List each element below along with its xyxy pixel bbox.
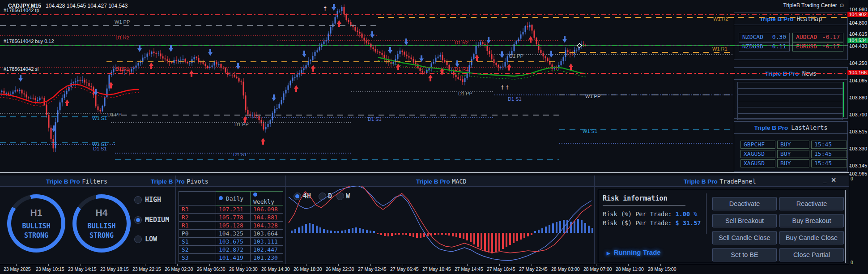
alert-symbol: XAGUSD [740,159,775,167]
pivot-cell-daily: 103.675 [216,238,251,246]
radio-low[interactable] [134,235,142,243]
time-label: 26 May 18:30 [294,266,322,272]
pivot-row: P0104.325103.664 [179,230,283,238]
time-label: 28 May 11:00 [616,266,644,272]
news-row [737,101,843,107]
risk-label: Risk (%) Per Trade: [603,210,676,218]
heatmap-row: NZDUSD0.11 [739,42,790,51]
pivot-row: R1105.128104.328 [179,222,283,230]
gauge-signal-line1: BULLISH [87,222,115,230]
time-axis[interactable]: 23 May 202523 May 10:1523 May 14:1523 Ma… [0,264,868,274]
deactivate-button[interactable]: Deactivate [712,197,777,210]
alert-action: BUY [777,150,809,158]
zero-scale-label: 0 [851,176,853,181]
risk-line: Risk (%) Per Trade: 1.00 % [603,210,697,218]
pivot-cell-weekly: 104.328 [251,222,283,230]
divider [594,176,595,264]
ohlc-quote: 104.428 104.545 104.427 104.543 [46,3,128,9]
pivot-cell-name: R3 [179,206,216,214]
time-label: 26 May 06:30 [197,266,226,272]
buy-candle-close-button[interactable]: Buy Candle Close [779,231,844,244]
radio-medium[interactable] [134,216,142,224]
symbol-label: CADJPY,M15 [8,3,41,9]
radio-dot-icon [253,193,257,197]
news-scrollbar[interactable] [843,82,844,117]
brand-line: TripleB Trading Center☺ [783,2,845,9]
time-label: 27 May 02:45 [358,266,387,272]
risk-line: Risk ($) Per Trade: $ 31.57 [603,219,701,227]
price-tick-label: 104.615 [849,31,867,37]
axis-tick [113,264,113,266]
sell-breakout-button[interactable]: Sell Breakout [712,214,777,227]
heatmap-brand: Triple B Pro [760,16,794,22]
running-trade-label: Running Trade [614,248,661,256]
pivot-cell-weekly: 103.664 [251,230,283,238]
news-title-text: News [802,70,817,77]
heatmap-value: 0.30 [772,34,786,41]
pivot-cell-name: P0 [179,230,216,238]
triangle-icon: ▶ [607,251,610,256]
axis-tick [499,264,500,266]
buy-breakout-button[interactable]: Buy Breakout [779,214,844,227]
pivot-table: DailyWeeklyR3107.231106.098R2105.778104.… [179,191,283,262]
axis-tick [532,264,532,266]
news-row [737,95,843,101]
pivot-cell-daily: 105.128 [216,222,251,230]
heatmap-positive-list: NZDCAD0.30NZDUSD0.11 [739,33,790,51]
alerts-brand: Triple B Pro [754,124,788,131]
heatmap-row: NZDCAD0.30 [739,33,790,42]
price-scale[interactable]: 104.980104.902104.800104.615104.534104.4… [849,0,868,264]
brand-text: TripleB Trading Center [783,2,837,9]
close-button[interactable]: ✕ [831,176,841,184]
macd-brand: Triple B Pro [416,178,450,185]
sell-candle-close-button[interactable]: Sell Candle Close [712,231,777,244]
symbol-quote-line: CADJPY,M15104.428 104.545 104.427 104.54… [8,3,128,9]
axis-tick [306,264,306,266]
pivot-cell-name: R1 [179,222,216,230]
price-chart[interactable] [0,0,849,172]
price-tick-label: 102.965 [849,171,867,176]
divider [175,176,176,264]
pivot-cell-name: R2 [179,214,216,222]
pivot-row: S3101.419101.230 [179,254,283,262]
set-to-be-button[interactable]: Set to BE [712,248,777,261]
macd-title: MACD [452,178,467,185]
time-label: 27 May 22:45 [519,266,548,272]
pivot-period-radio-daily[interactable]: Daily [216,192,251,206]
reactivate-button[interactable]: Reactivate [779,197,844,210]
macd-plot [285,186,594,263]
radio-high[interactable] [134,196,142,204]
time-label: 28 May 15:00 [648,266,677,272]
price-tick-label: 104.250 [849,60,867,66]
news-brand: Triple B Pro [765,70,799,77]
axis-tick [209,264,210,266]
filters-brand: Triple B Pro [46,178,80,185]
alert-action: BUY [777,159,809,167]
time-label: 26 May 14:30 [261,266,290,272]
axis-tick [403,264,403,266]
radio-label-medium: MEDIUM [145,216,169,224]
axis-tick [596,264,596,266]
running-trade-toggle[interactable]: ▶Running Trade [607,248,661,256]
heatmap-negative-list: AUDCAD-0.17EURUSD-0.17 [792,33,843,51]
pivots-brand: Triple B Pro [151,178,185,185]
radio-label-high: HIGH [145,196,161,204]
pivot-cell-name: S2 [179,246,216,254]
axis-tick [467,264,468,266]
pivot-cell-name: S1 [179,238,216,246]
minimize-button[interactable]: _ [823,176,831,184]
price-tick-label: 104.430 [849,43,867,49]
gauge-timeframe: H1 [30,207,43,218]
time-label: 23 May 18:15 [100,266,129,272]
close-partial-button[interactable]: Close Partial [779,248,844,261]
axis-tick [370,264,371,266]
alerts-title-text: LastAlerts [791,124,827,131]
heatmap-row: EURUSD-0.17 [792,42,843,51]
pivot-period-radio-weekly[interactable]: Weekly [251,192,283,206]
axis-tick [660,264,661,266]
price-tick-label: 103.700 [849,112,867,117]
pivot-cell-daily: 101.419 [216,254,251,262]
pivot-cell-daily: 105.778 [216,214,251,222]
time-label: 23 May 2025 [4,266,31,272]
alerts-table: GBPCHFBUY15:45XAGUSDBUY15:45XAGUSDBUY15:… [740,141,847,169]
